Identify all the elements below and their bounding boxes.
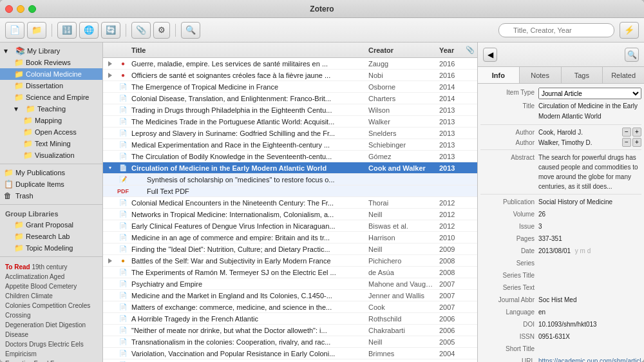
sidebar-item-dissertation[interactable]: 📁 Dissertation — [0, 80, 102, 91]
tag-electric[interactable]: Electric Eels — [48, 341, 84, 348]
tag-doctors[interactable]: Doctors — [5, 341, 29, 348]
dot-icon: ● — [121, 60, 125, 67]
tab-notes[interactable]: Notes — [520, 67, 562, 83]
header-year-col[interactable]: Year — [437, 46, 466, 54]
table-row[interactable]: 📄 Colonial Medical Encounters in the Nin… — [103, 197, 477, 209]
new-item-button[interactable]: 📄 — [5, 22, 24, 39]
item-title: Transnationalism in the colonies: Cooper… — [129, 338, 366, 346]
sidebar-item-my-publications[interactable]: 📁 My Publications — [0, 167, 102, 178]
table-row[interactable]: 📄 The Emergence of Tropical Medicine in … — [103, 81, 477, 93]
sidebar-item-teaching[interactable]: ▾ 📁 Teaching — [0, 103, 102, 115]
add-by-identifier-button[interactable]: 🔢 — [57, 22, 77, 39]
item-year: 2005 — [437, 338, 466, 346]
table-row[interactable]: ● Guerre, maladie, empire. Les services … — [103, 58, 477, 70]
library-icon: ▾ — [4, 46, 13, 55]
tag-appetite[interactable]: Appetite — [5, 283, 30, 290]
sidebar-item-topic-modeling[interactable]: 📁 Topic Modeling — [0, 242, 102, 254]
tag-cemetery[interactable]: Cemetery — [49, 283, 77, 290]
attach-file-button[interactable]: 📎 — [131, 22, 151, 39]
tab-tags[interactable]: Tags — [562, 67, 603, 83]
table-row[interactable]: 📝 Synthesis of scholarship on "medicines… — [103, 174, 477, 186]
tag-digestion[interactable]: Digestion — [59, 321, 86, 329]
add-item-button[interactable]: 🌐 — [79, 22, 99, 39]
table-row[interactable]: PDF Full Text PDF — [103, 186, 477, 197]
tag-crossing[interactable]: Crossing — [5, 312, 30, 319]
table-row[interactable]: 📄 Early Clinical Features of Dengue Viru… — [103, 220, 477, 232]
table-row[interactable]: 📄 The Circulation of Bodily Knowledge in… — [103, 151, 477, 162]
tag-competition[interactable]: Competition — [32, 302, 68, 309]
table-row[interactable]: 📄 Transnationalism in the colonies: Coop… — [103, 336, 477, 348]
to-read-tag[interactable]: To Read — [5, 263, 30, 271]
table-row[interactable]: 📄 Matters of exchange: commerce, medicin… — [103, 301, 477, 313]
table-row[interactable]: ● Battles of the Self: War and Subjectiv… — [103, 255, 477, 267]
table-row[interactable]: 📄 Medicine in an age of commerce and emp… — [103, 232, 477, 243]
sidebar-item-research-lab[interactable]: 📁 Research Lab — [0, 231, 102, 242]
table-row[interactable]: 📄 Medical Experimentation and Race in th… — [103, 139, 477, 151]
sidebar-item-text-mining[interactable]: 📁 Text Mining — [0, 138, 102, 149]
locate-button[interactable]: 🔍 — [181, 22, 200, 39]
type-col: 📄 — [117, 83, 129, 90]
author-minus-button[interactable]: − — [622, 128, 631, 137]
author2-minus-button[interactable]: − — [622, 138, 631, 147]
table-row[interactable]: 📄 The Medicines Trade in the Portuguese … — [103, 116, 477, 128]
tag-blood[interactable]: Blood — [30, 283, 48, 290]
tag-climate[interactable]: Climate — [31, 292, 53, 300]
tag-disease[interactable]: Disease — [5, 331, 28, 338]
sidebar-item-book-reviews[interactable]: 📁 Book Reviews — [0, 57, 102, 68]
language-label: Language — [480, 307, 538, 318]
sidebar-item-colonial-medicine[interactable]: 📁 Colonial Medicine — [0, 68, 102, 80]
advanced-search-button[interactable]: ⚡ — [620, 22, 639, 39]
table-row[interactable]: ● Officiers de santé et soignantes créol… — [103, 70, 477, 81]
preferences-button[interactable]: ⚙ — [153, 22, 170, 39]
table-row[interactable]: 📄 Medicine and the Market in England and… — [103, 290, 477, 301]
tag-degeneration[interactable]: Degeneration — [5, 321, 46, 329]
table-row[interactable]: 📄 Colonial Disease, Translation, and Enl… — [103, 93, 477, 104]
tag-aged[interactable]: Aged — [50, 273, 64, 280]
table-row-selected[interactable]: ▾ 📄 Circulation of Medicine in the Early… — [103, 162, 477, 174]
table-row[interactable]: 📄 The Experiments of Ramón M. Termeyer S… — [103, 267, 477, 278]
tab-info[interactable]: Info — [478, 67, 520, 83]
tag-colonies[interactable]: Colonies — [5, 302, 32, 309]
sidebar-item-grant-proposal[interactable]: 📁 Grant Proposal — [0, 219, 102, 231]
tag-children[interactable]: Children — [5, 292, 31, 300]
sidebar-item-open-access[interactable]: 📁 Open Access — [0, 126, 102, 138]
sidebar-item-mapping[interactable]: 📁 Mapping — [0, 115, 102, 126]
tag-acclimatization[interactable]: Acclimatization — [5, 273, 50, 280]
item-creator: Charters — [366, 95, 437, 102]
sidebar-item-visualization[interactable]: 📁 Visualization — [0, 149, 102, 161]
table-row[interactable]: 📄 Psychiatry and Empire Mahone and Vaugh… — [103, 278, 477, 290]
table-row[interactable]: 📄 Finding the "Ideal Diet": Nutrition, C… — [103, 243, 477, 255]
detail-locate-button[interactable]: 🔍 — [625, 48, 639, 62]
sync-button[interactable]: 🔄 — [101, 22, 120, 39]
author-plus-button[interactable]: + — [632, 128, 641, 137]
header-title-col[interactable]: Title — [129, 46, 366, 54]
maximize-button[interactable] — [28, 5, 36, 13]
tab-related[interactable]: Related — [603, 67, 644, 83]
tag-creoles[interactable]: Creoles — [68, 302, 90, 309]
tag-empiricism[interactable]: Empiricism — [5, 350, 37, 357]
sidebar-item-trash[interactable]: 🗑 Trash — [0, 190, 102, 202]
header-creator-col[interactable]: Creator — [366, 46, 437, 54]
search-input[interactable] — [498, 23, 614, 37]
tag-19th[interactable]: 19th century — [32, 263, 68, 271]
detail-back-button[interactable]: ◀ — [483, 48, 497, 62]
table-row[interactable]: 📄 "Neither of meate nor drinke, but what… — [103, 325, 477, 336]
type-col: 📄 — [117, 211, 129, 218]
table-row[interactable]: 📄 Variolation, Vaccination and Popular R… — [103, 348, 477, 359]
table-row[interactable]: 📄 Leprosy and Slavery in Suriname: Godfr… — [103, 128, 477, 139]
table-row[interactable]: 📄 A Horrible Tragedy in the French Atlan… — [103, 313, 477, 325]
tag-drugs[interactable]: Drugs — [29, 341, 48, 348]
new-collection-button[interactable]: 📁 — [27, 22, 46, 39]
item-type-select[interactable]: Journal Article — [538, 88, 641, 99]
minimize-button[interactable] — [17, 5, 24, 13]
table-row[interactable]: 📄 Trading in Drugs through Philadelphia … — [103, 104, 477, 116]
article-icon: 📄 — [119, 338, 127, 345]
sidebar-item-my-library[interactable]: ▾ 📚 My Library — [0, 45, 102, 57]
table-row[interactable]: 📄 "Syphilis, Opiomania, and Pederasty": … — [103, 359, 477, 362]
sidebar-item-science-empire[interactable]: 📁 Science and Empire — [0, 91, 102, 103]
tag-diet[interactable]: Diet — [46, 321, 59, 329]
table-row[interactable]: 📄 Networks in Tropical Medicine: Interna… — [103, 209, 477, 220]
close-button[interactable] — [5, 5, 13, 13]
author2-plus-button[interactable]: + — [632, 138, 641, 147]
sidebar-item-duplicate-items[interactable]: 📋 Duplicate Items — [0, 178, 102, 190]
